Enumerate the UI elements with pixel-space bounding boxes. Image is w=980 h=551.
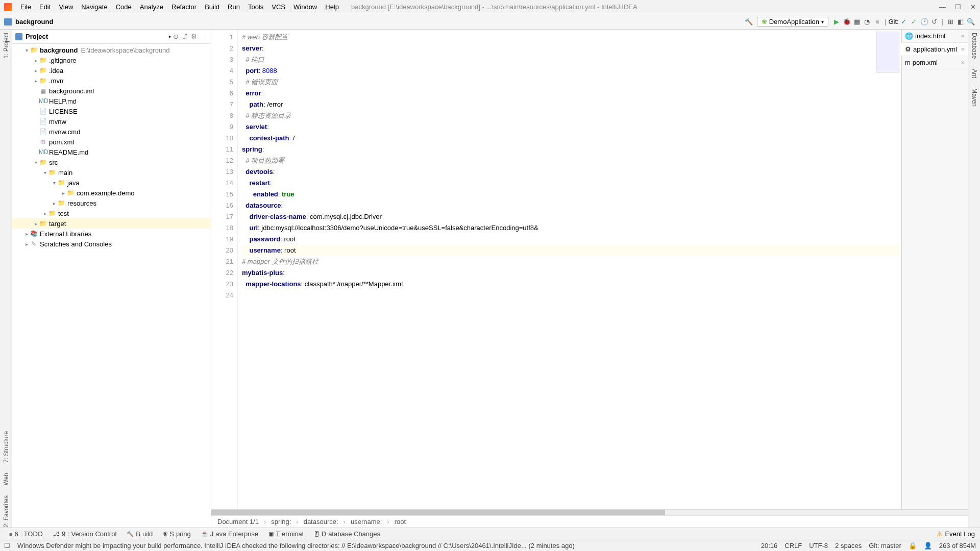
menu-view[interactable]: View: [55, 3, 77, 11]
stop-button[interactable]: ■: [872, 18, 883, 26]
close-tab-icon[interactable]: ×: [961, 45, 965, 53]
tree-item--gitignore[interactable]: ▸📁.gitignore: [12, 55, 211, 65]
strip-maven[interactable]: Maven: [971, 88, 978, 107]
indent-config[interactable]: 2 spaces: [835, 542, 862, 549]
spring-icon: ❀: [762, 18, 767, 26]
menu-code[interactable]: Code: [112, 3, 136, 11]
menu-vcs[interactable]: VCS: [267, 3, 289, 11]
menu-run[interactable]: Run: [224, 3, 244, 11]
tree-item-mvnw-cmd[interactable]: 📄mvnw.cmd: [12, 127, 211, 137]
vcs-rollback-button[interactable]: ↺: [929, 18, 940, 26]
menu-navigate[interactable]: Navigate: [77, 3, 111, 11]
menu-edit[interactable]: Edit: [35, 3, 55, 11]
crumb-3[interactable]: username:: [351, 518, 382, 525]
expand-all-button[interactable]: ⇵: [180, 33, 189, 40]
strip-database[interactable]: Database: [971, 33, 978, 59]
editor-gutter[interactable]: 123456789101112131415161718192021222324: [211, 30, 238, 509]
vcs-history-button[interactable]: 🕑: [919, 18, 929, 26]
strip-favorites[interactable]: 2: Favorites: [3, 495, 10, 528]
select-opened-file-button[interactable]: ⊙: [171, 33, 180, 40]
menu-tools[interactable]: Tools: [244, 3, 267, 11]
tree-item-license[interactable]: 📄LICENSE: [12, 106, 211, 116]
toolwindow-build[interactable]: 🔨Build: [122, 530, 157, 538]
breadcrumb[interactable]: background: [15, 18, 53, 26]
caret-position[interactable]: 20:16: [761, 542, 778, 549]
tree-item--mvn[interactable]: ▸📁.mvn: [12, 76, 211, 86]
tree-item-scratches-and-consoles[interactable]: ▸✎Scratches and Consoles: [12, 239, 211, 249]
maximize-button[interactable]: ☐: [955, 3, 961, 11]
vcs-update-button[interactable]: ✓: [899, 18, 909, 26]
menu-build[interactable]: Build: [201, 3, 224, 11]
tree-item-target[interactable]: ▸📁target: [12, 218, 211, 229]
toolwindow-database-changes[interactable]: 🗄Database Changes: [310, 530, 384, 538]
search-everywhere-button[interactable]: 🔍: [966, 18, 976, 26]
git-branch[interactable]: Git: master: [869, 542, 901, 549]
crumb-4[interactable]: root: [395, 518, 406, 525]
tree-item-java[interactable]: ▾📁java: [12, 178, 211, 188]
editor-breadcrumbs[interactable]: Document 1/1›spring:›datasource:›usernam…: [211, 515, 968, 528]
profile-button[interactable]: ◔: [862, 18, 872, 26]
project-panel-title[interactable]: Project: [26, 33, 168, 40]
tree-item-background-iml[interactable]: ▦background.iml: [12, 86, 211, 96]
minimap[interactable]: [876, 32, 899, 72]
tree-item-readme-md[interactable]: MDREADME.md: [12, 147, 211, 157]
vcs-commit-button[interactable]: ✓: [909, 18, 919, 26]
toolwindow-9-version-control[interactable]: ⎇9: Version Control: [49, 530, 120, 538]
menu-help[interactable]: Help: [321, 3, 343, 11]
crumb-2[interactable]: datasource:: [304, 518, 338, 525]
tree-item-pom-xml[interactable]: mpom.xml: [12, 137, 211, 147]
toolwindow-terminal[interactable]: ▣Terminal: [264, 530, 308, 538]
ide-settings-button[interactable]: ⊞: [945, 18, 955, 26]
editor-horizontal-scrollbar[interactable]: [211, 509, 968, 515]
strip-ant[interactable]: Ant: [971, 69, 978, 78]
line-separator[interactable]: CRLF: [785, 542, 802, 549]
close-button[interactable]: ✕: [970, 3, 976, 11]
file-encoding[interactable]: UTF-8: [809, 542, 828, 549]
debug-button[interactable]: 🐞: [842, 18, 852, 26]
lock-icon[interactable]: 🔒: [909, 542, 917, 549]
crumb-1[interactable]: spring:: [271, 518, 291, 525]
close-tab-icon[interactable]: ×: [961, 32, 965, 40]
run-button[interactable]: ▶: [831, 18, 842, 26]
tree-item-com-example-demo[interactable]: ▸📁com.example.demo: [12, 188, 211, 198]
tree-item-external-libraries[interactable]: ▸📚External Libraries: [12, 229, 211, 239]
toolwindow-java-enterprise[interactable]: ☕Java Enterprise: [197, 530, 262, 538]
close-tab-icon[interactable]: ×: [961, 59, 965, 66]
event-log-button[interactable]: ⚠ Event Log: [937, 530, 975, 538]
strip-project[interactable]: 1: Project: [3, 33, 10, 59]
tree-item-mvnw[interactable]: 📄mvnw: [12, 116, 211, 127]
crumb-0[interactable]: Document 1/1: [217, 518, 259, 525]
chevron-down-icon: ▾: [821, 19, 824, 24]
panel-hide-button[interactable]: —: [199, 33, 208, 40]
tree-item-help-md[interactable]: MDHELP.md: [12, 96, 211, 106]
tree-item-test[interactable]: ▸📁test: [12, 208, 211, 218]
tree-item--idea[interactable]: ▸📁.idea: [12, 65, 211, 76]
status-icon[interactable]: ☐: [4, 542, 10, 549]
menu-refactor[interactable]: Refactor: [167, 3, 201, 11]
coverage-button[interactable]: ▦: [852, 18, 862, 26]
code-editor[interactable]: # web 容器配置server: # 端口 port: 8088 # 错误页面…: [238, 30, 901, 509]
strip-structure[interactable]: 7: Structure: [3, 431, 10, 463]
toolwindow-6-todo[interactable]: ≡6: TODO: [5, 530, 47, 538]
editor-tab-index-html[interactable]: 🌐index.html×: [902, 30, 968, 43]
status-message[interactable]: Windows Defender might be impacting your…: [17, 542, 754, 549]
minimize-button[interactable]: —: [939, 3, 946, 11]
panel-settings-button[interactable]: ⚙: [189, 33, 199, 40]
toolwindow-spring[interactable]: ❀Spring: [159, 530, 195, 538]
menu-analyze[interactable]: Analyze: [136, 3, 167, 11]
editor-tab-application-yml[interactable]: ⚙application.yml×: [901, 43, 968, 56]
menu-file[interactable]: File: [16, 3, 35, 11]
run-config-select[interactable]: ❀ DemoApplication ▾: [757, 17, 828, 27]
menu-window[interactable]: Window: [289, 3, 321, 11]
editor-tab-pom-xml[interactable]: mpom.xml×: [902, 56, 968, 69]
inspector-icon[interactable]: 👤: [924, 542, 932, 549]
memory-indicator[interactable]: 263 of 854M: [939, 542, 976, 549]
tree-root[interactable]: ▾📁backgroundE:\ideaworkspace\background: [12, 45, 211, 55]
build-icon[interactable]: 🔨: [744, 18, 754, 26]
tree-item-resources[interactable]: ▸📁resources: [12, 198, 211, 208]
strip-web[interactable]: Web: [3, 473, 10, 485]
tree-item-main[interactable]: ▾📁main: [12, 167, 211, 178]
ide-layout-button[interactable]: ◧: [955, 18, 966, 26]
tree-item-src[interactable]: ▾📁src: [12, 157, 211, 167]
project-tree[interactable]: ▾📁backgroundE:\ideaworkspace\background▸…: [12, 44, 211, 528]
